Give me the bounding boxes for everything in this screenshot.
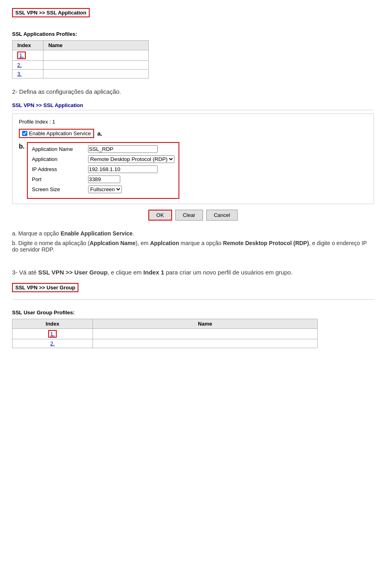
breadcrumb-section3: SSL VPN >> User Group xyxy=(12,283,374,292)
ssl-app-row-1-index-link[interactable]: 1. xyxy=(19,52,24,58)
ug-row-2-name xyxy=(93,339,318,348)
form-row-screensize: Screen Size Fullscreen xyxy=(32,186,175,193)
enable-row: Enable Application Service a. xyxy=(19,129,367,138)
table-row: 3. xyxy=(12,70,149,78)
ssl-app-row-1-name xyxy=(43,50,149,61)
ug-col-index: Index xyxy=(12,319,93,329)
table-row: 2. xyxy=(12,339,318,348)
buttons-row: OK Clear Cancel xyxy=(12,210,374,221)
application-select[interactable]: Remote Desktop Protocol (RDP) xyxy=(88,155,175,163)
profiles-title-3: SSL User Group Profiles: xyxy=(12,309,374,316)
letter-a-label: a. xyxy=(97,130,103,137)
ip-input[interactable] xyxy=(88,165,158,173)
enable-checkbox-label[interactable]: Enable Application Service xyxy=(19,129,94,138)
breadcrumb-label-3: SSL VPN >> User Group xyxy=(12,283,78,292)
form-row-port: Port xyxy=(32,175,175,183)
profile-index-row: Profile Index : 1 xyxy=(19,119,367,125)
form-row-appname: Application Name xyxy=(32,145,175,153)
ssl-app-row-3-name xyxy=(43,70,149,78)
ug-row-2-index-link[interactable]: 2. xyxy=(50,340,55,347)
ug-row-2-index: 2. xyxy=(12,339,93,348)
port-input[interactable] xyxy=(88,175,120,183)
table-row: 1. xyxy=(12,50,149,61)
appname-value xyxy=(88,145,158,153)
form-row-application: Application Remote Desktop Protocol (RDP… xyxy=(32,155,175,163)
config-wrapper: Profile Index : 1 Enable Application Ser… xyxy=(12,113,374,204)
ug-row-1-index-link[interactable]: 1. xyxy=(50,331,55,337)
screensize-select[interactable]: Fullscreen xyxy=(88,186,122,193)
table-row: 1. xyxy=(12,329,318,339)
ssl-app-row-2-index: 2. xyxy=(12,61,43,70)
enable-label: Enable Application Service xyxy=(29,130,91,136)
ssl-app-profiles-table: Index Name 1.2.3. xyxy=(12,40,149,78)
section2-config-panel: SSL VPN >> SSL Application Profile Index… xyxy=(12,102,374,221)
cancel-button[interactable]: Cancel xyxy=(206,210,238,221)
ssl-app-row-2-name xyxy=(43,61,149,70)
user-group-table: Index Name 1.2. xyxy=(12,319,318,348)
breadcrumb-label-2: SSL VPN >> SSL Application xyxy=(12,102,374,110)
col-name-1: Name xyxy=(43,41,149,50)
port-value xyxy=(88,175,120,183)
enable-checkbox[interactable] xyxy=(22,131,27,136)
ug-row-1-name xyxy=(93,329,318,339)
desc-text-1: 2- Defina as configurações da aplicação. xyxy=(12,88,374,95)
ip-value xyxy=(88,165,158,173)
section3-user-group: SSL VPN >> User Group SSL User Group Pro… xyxy=(12,283,374,348)
b-group: b. Application Name Application Remote D… xyxy=(19,142,367,199)
col-index-1: Index xyxy=(12,41,43,50)
note-b: b. Digite o nome da aplicação (Applcatio… xyxy=(12,240,374,253)
profiles-title-1: SSL Applications Profiles: xyxy=(12,31,374,37)
red-outline-group: Application Name Application Remote Desk… xyxy=(27,142,179,199)
ssl-app-row-2-index-link[interactable]: 2. xyxy=(17,62,22,68)
ok-button[interactable]: OK xyxy=(148,210,172,221)
section1-ssl-application: SSL VPN >> SSL Application SSL Applicati… xyxy=(12,8,374,78)
application-label: Application xyxy=(32,156,88,162)
sep-line-3 xyxy=(12,299,374,300)
note-a: a. Marque a opção Enable Application Ser… xyxy=(12,230,374,237)
clear-button[interactable]: Clear xyxy=(175,210,203,221)
application-value: Remote Desktop Protocol (RDP) xyxy=(88,155,175,163)
screensize-label: Screen Size xyxy=(32,186,88,192)
breadcrumb-label-1: SSL VPN >> SSL Application xyxy=(12,8,90,17)
form-row-ip: IP Address xyxy=(32,165,175,173)
port-label: Port xyxy=(32,176,88,182)
screensize-value: Fullscreen xyxy=(88,186,122,193)
desc-text-3: 3- Vá até SSL VPN >> User Group, e cliqu… xyxy=(12,269,374,276)
ssl-app-row-3-index: 3. xyxy=(12,70,43,78)
ssl-app-row-3-index-link[interactable]: 3. xyxy=(17,71,22,77)
letter-b-label: b. xyxy=(19,143,25,150)
ug-row-1-index: 1. xyxy=(12,329,93,339)
breadcrumb-section1: SSL VPN >> SSL Application xyxy=(12,8,374,17)
ug-col-name: Name xyxy=(93,319,318,329)
ssl-app-row-1-index: 1. xyxy=(12,50,43,61)
table-row: 2. xyxy=(12,61,149,70)
appname-input[interactable] xyxy=(88,145,158,153)
appname-label: Application Name xyxy=(32,146,88,152)
ip-label: IP Address xyxy=(32,166,88,172)
